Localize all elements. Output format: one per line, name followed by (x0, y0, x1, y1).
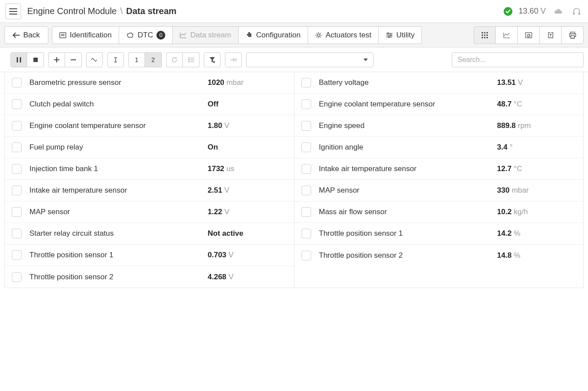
param-value-unit: V (225, 186, 229, 195)
header-voltage-value: 13.60 (519, 7, 538, 15)
data-row[interactable]: Engine coolant temperature sensor48.7°C (294, 94, 584, 115)
svg-line-17 (320, 33, 321, 34)
data-row[interactable]: Throttle position sensor 24.268V (5, 266, 294, 288)
data-row[interactable]: Intake air temperature sensor2.51V (5, 180, 294, 201)
data-row[interactable]: Fuel pump relayOn (5, 137, 294, 158)
add-button[interactable] (48, 52, 65, 67)
row-checkbox[interactable] (301, 186, 311, 195)
menu-button[interactable] (5, 4, 21, 19)
row-checkbox[interactable] (301, 207, 311, 217)
refresh-button[interactable] (166, 52, 183, 67)
param-value-unit: V (518, 78, 523, 87)
data-row[interactable]: Battery voltage13.51V (294, 72, 584, 94)
data-row[interactable]: Ignition angle3.4° (294, 137, 584, 158)
row-checkbox[interactable] (12, 121, 22, 131)
data-column-right: Battery voltage13.51VEngine coolant temp… (294, 72, 584, 288)
stop-button[interactable] (27, 52, 44, 67)
list-button[interactable] (183, 52, 200, 67)
param-value-number: 0.703 (208, 251, 227, 259)
back-button[interactable]: Back (4, 26, 48, 44)
row-checkbox[interactable] (12, 229, 22, 238)
row-checkbox[interactable] (12, 164, 22, 174)
row-checkbox[interactable] (301, 143, 311, 152)
svg-line-35 (529, 35, 530, 36)
print-icon (569, 32, 577, 39)
data-row[interactable]: Engine speed889.8rpm (294, 115, 584, 137)
graph-icon (180, 32, 187, 38)
data-row[interactable]: Throttle position sensor 10.703V (5, 245, 294, 266)
row-checkbox[interactable] (301, 121, 311, 131)
filter-dropdown[interactable] (246, 52, 374, 67)
row-checkbox[interactable] (12, 186, 22, 195)
clear-filter-button[interactable] (204, 52, 221, 67)
tab-identification[interactable]: Identification (52, 26, 119, 44)
print-button[interactable] (562, 26, 584, 44)
row-checkbox[interactable] (12, 250, 22, 260)
remove-button[interactable] (65, 52, 82, 67)
svg-line-14 (316, 33, 317, 34)
row-checkbox[interactable] (301, 251, 311, 260)
back-label: Back (23, 31, 40, 40)
tab-dtc[interactable]: DTC 0 (119, 26, 173, 44)
pause-button[interactable] (11, 52, 27, 67)
param-name: Intake air temperature sensor (319, 164, 490, 173)
data-row[interactable]: Engine coolant temperature sensor1.80V (5, 115, 294, 137)
data-row[interactable]: MAP sensor330mbar (294, 180, 584, 201)
row-checkbox[interactable] (12, 99, 22, 109)
tab-actuators[interactable]: Actuators test (308, 26, 379, 44)
param-value: On (208, 143, 287, 152)
tab-utility[interactable]: Utility (379, 26, 422, 44)
row-checkbox[interactable] (12, 78, 22, 88)
row-checkbox[interactable] (12, 272, 22, 282)
param-name: Fuel pump relay (29, 143, 200, 152)
grid-view-button[interactable] (474, 26, 496, 44)
columns-1-button[interactable]: 1 (128, 52, 145, 67)
param-value-number: 12.7 (497, 164, 512, 173)
headset-icon[interactable] (570, 5, 583, 18)
data-row[interactable]: Intake air temperature sensor12.7°C (294, 158, 584, 180)
data-row[interactable]: MAP sensor1.22V (5, 201, 294, 223)
search-input[interactable] (452, 52, 584, 67)
gauge-view-button[interactable] (518, 26, 540, 44)
data-row[interactable]: Throttle position sensor 114.2% (294, 223, 584, 245)
row-checkbox[interactable] (301, 99, 311, 109)
param-value-number: 10.2 (497, 208, 512, 216)
row-checkbox[interactable] (12, 207, 22, 217)
param-value-number: 4.268 (208, 273, 227, 281)
param-name: Throttle position sensor 1 (29, 251, 200, 259)
data-row[interactable]: Clutch pedal switchOff (5, 94, 294, 115)
row-checkbox[interactable] (301, 164, 311, 174)
row-checkbox[interactable] (301, 78, 311, 88)
data-row[interactable]: Throttle position sensor 214.8% (294, 245, 584, 266)
param-name: Intake air temperature sensor (29, 186, 200, 195)
arrow-right-bar-icon (230, 58, 236, 62)
svg-rect-38 (571, 36, 574, 38)
data-row[interactable]: Starter relay circuit statusNot active (5, 223, 294, 245)
param-name: Throttle position sensor 2 (29, 273, 200, 281)
row-checkbox[interactable] (301, 229, 311, 238)
param-value: 4.268V (208, 273, 287, 281)
data-column-left: Barometric pressure sensor1020mbarClutch… (5, 72, 294, 288)
data-row[interactable]: Mass air flow sensor10.2kg/h (294, 201, 584, 223)
goto-button[interactable] (225, 52, 242, 67)
param-value-number: 14.8 (497, 251, 512, 260)
wave-button[interactable] (86, 52, 103, 67)
param-value-unit: kg/h (514, 208, 528, 216)
cloud-icon[interactable] (552, 5, 564, 18)
columns-2-button[interactable]: 2 (145, 52, 162, 67)
tab-configuration[interactable]: Configuration (239, 26, 308, 44)
param-value-unit: % (514, 251, 520, 260)
row-checkbox[interactable] (12, 143, 22, 152)
chart-view-button[interactable] (496, 26, 518, 44)
param-value: 0.703V (208, 251, 287, 259)
data-row[interactable]: Barometric pressure sensor1020mbar (5, 72, 294, 94)
tab-data-stream[interactable]: Data stream (173, 26, 239, 44)
text-cursor-button[interactable] (107, 52, 124, 67)
param-value: 1020mbar (208, 78, 287, 87)
export-button[interactable] (540, 26, 562, 44)
svg-line-15 (320, 37, 321, 37)
sun-icon (315, 32, 322, 39)
breadcrumb-root: Engine Control Module (27, 6, 116, 16)
wave-icon (91, 58, 98, 62)
data-row[interactable]: Injection time bank 11732us (5, 158, 294, 180)
